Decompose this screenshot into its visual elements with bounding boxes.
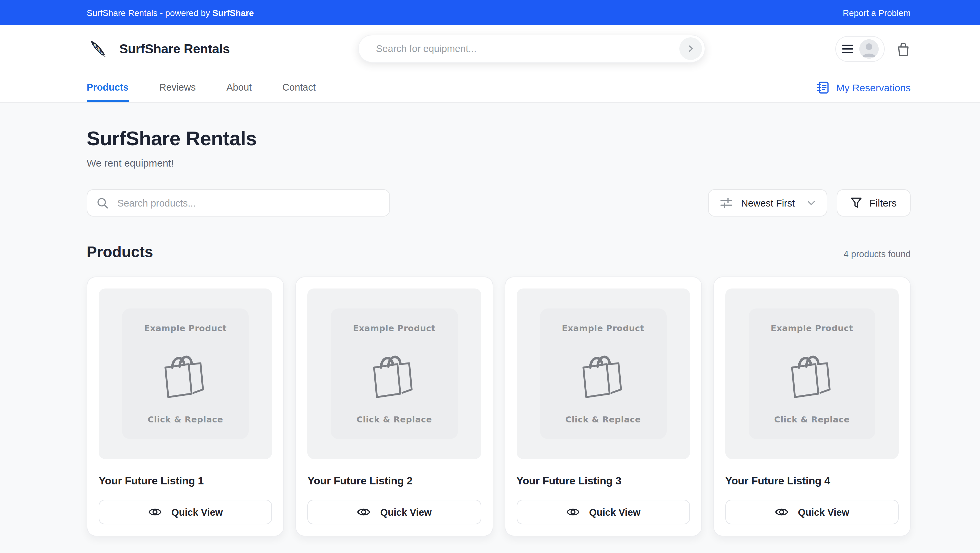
quick-view-label: Quick View: [380, 507, 432, 517]
report-a-problem-link[interactable]: Report a Problem: [843, 8, 911, 17]
sort-value: Newest First: [741, 197, 795, 208]
toolbar-actions: Newest First Filters: [708, 189, 911, 216]
tab-products[interactable]: Products: [87, 73, 129, 102]
sort-dropdown[interactable]: Newest First: [708, 189, 827, 216]
header-actions: [835, 36, 911, 62]
brand[interactable]: SurfShare SurfShare Rentals: [87, 37, 230, 60]
nav-items: Products Reviews About Contact: [87, 73, 316, 102]
header: SurfShare SurfShare Rentals: [0, 25, 980, 73]
surfboard-logo-icon: SurfShare: [87, 37, 110, 60]
products-grid: Example Product Click & Replace Your Fut…: [87, 276, 911, 536]
placeholder-caption: Click & Replace: [565, 415, 641, 424]
product-image-placeholder[interactable]: Example Product Click & Replace: [99, 289, 272, 459]
quick-view-button[interactable]: Quick View: [99, 500, 272, 524]
page-title: SurfShare Rentals: [87, 127, 911, 150]
funnel-icon: [851, 197, 862, 208]
eye-icon: [775, 507, 789, 517]
image-placeholder-content: Example Product Click & Replace: [122, 308, 249, 439]
equipment-search-bar[interactable]: [358, 35, 705, 63]
announcement-brand: SurfShare: [212, 8, 254, 17]
tab-contact[interactable]: Contact: [282, 73, 316, 102]
account-menu-button[interactable]: [835, 36, 885, 62]
svg-text:SurfShare: SurfShare: [93, 43, 104, 55]
product-image-placeholder[interactable]: Example Product Click & Replace: [516, 289, 690, 459]
filters-label: Filters: [869, 197, 897, 208]
avatar: [859, 39, 878, 59]
chevron-right-icon: [685, 43, 696, 54]
product-title: Your Future Listing 4: [725, 475, 899, 487]
placeholder-caption: Click & Replace: [148, 415, 223, 424]
announcement-prefix: SurfShare Rentals - powered by: [87, 8, 212, 17]
quick-view-label: Quick View: [798, 507, 850, 517]
product-image-placeholder[interactable]: Example Product Click & Replace: [725, 289, 899, 459]
shopping-bag-placeholder-icon: [158, 348, 213, 399]
shopping-bag-placeholder-icon: [576, 348, 630, 399]
page: SurfShare Rentals - powered by SurfShare…: [0, 0, 980, 553]
image-placeholder-content: Example Product Click & Replace: [331, 308, 458, 439]
hamburger-menu-icon: [842, 44, 853, 53]
main-nav: Products Reviews About Contact My Reserv…: [0, 73, 980, 103]
user-avatar-icon: [859, 39, 878, 59]
my-reservations-link[interactable]: My Reservations: [817, 73, 911, 102]
my-reservations-label: My Reservations: [836, 82, 911, 93]
equipment-search-input[interactable]: [375, 43, 679, 55]
product-image-placeholder[interactable]: Example Product Click & Replace: [308, 289, 481, 459]
products-section-header: Products 4 products found: [87, 243, 911, 261]
products-toolbar: Newest First Filters: [87, 189, 911, 216]
page-subtitle: We rent equipment!: [87, 157, 911, 168]
search-icon: [97, 197, 109, 209]
sliders-icon: [720, 197, 732, 209]
placeholder-title: Example Product: [144, 323, 227, 333]
main-content: SurfShare Rentals We rent equipment!: [0, 103, 980, 553]
eye-icon: [148, 507, 162, 517]
product-card: Example Product Click & Replace Your Fut…: [504, 276, 702, 536]
placeholder-caption: Click & Replace: [774, 415, 850, 424]
products-search-field[interactable]: [87, 189, 390, 216]
image-placeholder-content: Example Product Click & Replace: [540, 308, 667, 439]
announcement-text: SurfShare Rentals - powered by SurfShare: [87, 8, 254, 17]
announcement-bar: SurfShare Rentals - powered by SurfShare…: [0, 0, 980, 25]
eye-icon: [357, 507, 371, 517]
notebook-icon: [817, 81, 830, 94]
placeholder-caption: Click & Replace: [357, 415, 432, 424]
quick-view-label: Quick View: [589, 507, 640, 517]
quick-view-button[interactable]: Quick View: [516, 500, 690, 524]
quick-view-label: Quick View: [171, 507, 223, 517]
quick-view-button[interactable]: Quick View: [725, 500, 899, 524]
search-submit-button[interactable]: [679, 37, 702, 60]
products-heading: Products: [87, 243, 153, 261]
shopping-bag-icon[interactable]: [896, 41, 911, 57]
product-title: Your Future Listing 3: [516, 475, 690, 487]
products-count: 4 products found: [844, 249, 911, 261]
shopping-bag-placeholder-icon: [367, 348, 422, 399]
filters-button[interactable]: Filters: [837, 189, 911, 216]
product-title: Your Future Listing 2: [308, 475, 481, 487]
placeholder-title: Example Product: [562, 323, 644, 333]
product-card: Example Product Click & Replace Your Fut…: [713, 276, 911, 536]
placeholder-title: Example Product: [771, 323, 853, 333]
product-title: Your Future Listing 1: [99, 475, 272, 487]
chevron-down-icon: [807, 200, 815, 205]
image-placeholder-content: Example Product Click & Replace: [749, 308, 876, 439]
placeholder-title: Example Product: [353, 323, 436, 333]
store-name: SurfShare Rentals: [119, 41, 230, 57]
product-card: Example Product Click & Replace Your Fut…: [87, 276, 284, 536]
product-card: Example Product Click & Replace Your Fut…: [296, 276, 493, 536]
quick-view-button[interactable]: Quick View: [308, 500, 481, 524]
eye-icon: [566, 507, 580, 517]
tab-reviews[interactable]: Reviews: [159, 73, 196, 102]
tab-about[interactable]: About: [226, 73, 252, 102]
shopping-bag-placeholder-icon: [785, 348, 839, 399]
products-search-input[interactable]: [116, 197, 380, 209]
